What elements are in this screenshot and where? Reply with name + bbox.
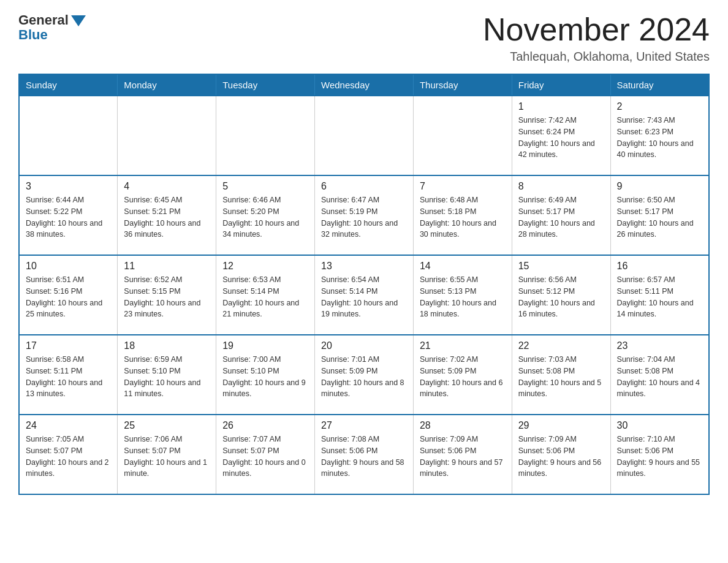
calendar-cell-w0-d4	[413, 96, 512, 175]
day-number: 3	[26, 181, 111, 192]
header-saturday: Saturday	[610, 74, 709, 96]
day-detail: Sunrise: 6:54 AM Sunset: 5:14 PM Dayligh…	[321, 274, 407, 320]
calendar-body: 1Sunrise: 7:42 AM Sunset: 6:24 PM Daylig…	[19, 96, 709, 494]
calendar-cell-w4-d0: 24Sunrise: 7:05 AM Sunset: 5:07 PM Dayli…	[19, 415, 118, 494]
calendar-cell-w4-d6: 30Sunrise: 7:10 AM Sunset: 5:06 PM Dayli…	[610, 415, 709, 494]
day-number: 13	[321, 261, 407, 272]
day-detail: Sunrise: 6:57 AM Sunset: 5:11 PM Dayligh…	[617, 274, 702, 320]
calendar-cell-w4-d4: 28Sunrise: 7:09 AM Sunset: 5:06 PM Dayli…	[413, 415, 512, 494]
logo-general-text: General	[18, 12, 69, 28]
calendar-cell-w1-d0: 3Sunrise: 6:44 AM Sunset: 5:22 PM Daylig…	[19, 175, 118, 255]
day-detail: Sunrise: 7:42 AM Sunset: 6:24 PM Dayligh…	[518, 115, 604, 161]
week-row-3: 17Sunrise: 6:58 AM Sunset: 5:11 PM Dayli…	[19, 335, 709, 415]
day-detail: Sunrise: 6:59 AM Sunset: 5:10 PM Dayligh…	[124, 354, 210, 400]
calendar-cell-w2-d2: 12Sunrise: 6:53 AM Sunset: 5:14 PM Dayli…	[216, 255, 315, 335]
calendar-cell-w0-d3	[315, 96, 414, 175]
page-header: General Blue November 2024 Tahlequah, Ok…	[18, 12, 710, 64]
calendar-cell-w3-d6: 23Sunrise: 7:04 AM Sunset: 5:08 PM Dayli…	[610, 335, 709, 415]
day-detail: Sunrise: 6:47 AM Sunset: 5:19 PM Dayligh…	[321, 194, 407, 240]
day-number: 25	[124, 420, 210, 431]
calendar-cell-w0-d2	[216, 96, 315, 175]
day-detail: Sunrise: 7:05 AM Sunset: 5:07 PM Dayligh…	[26, 434, 111, 480]
calendar-cell-w0-d5: 1Sunrise: 7:42 AM Sunset: 6:24 PM Daylig…	[512, 96, 610, 175]
days-of-week-row: Sunday Monday Tuesday Wednesday Thursday…	[19, 74, 709, 96]
logo-arrow-icon	[71, 15, 86, 26]
day-detail: Sunrise: 6:55 AM Sunset: 5:13 PM Dayligh…	[420, 274, 506, 320]
day-detail: Sunrise: 7:01 AM Sunset: 5:09 PM Dayligh…	[321, 354, 407, 400]
header-sunday: Sunday	[19, 74, 118, 96]
day-number: 23	[617, 340, 702, 351]
day-detail: Sunrise: 6:49 AM Sunset: 5:17 PM Dayligh…	[518, 194, 604, 240]
day-number: 16	[617, 261, 702, 272]
day-detail: Sunrise: 7:09 AM Sunset: 5:06 PM Dayligh…	[420, 434, 506, 480]
calendar-cell-w1-d6: 9Sunrise: 6:50 AM Sunset: 5:17 PM Daylig…	[610, 175, 709, 255]
day-detail: Sunrise: 7:07 AM Sunset: 5:07 PM Dayligh…	[222, 434, 308, 480]
logo: General Blue	[18, 12, 86, 43]
day-number: 18	[124, 340, 210, 351]
week-row-0: 1Sunrise: 7:42 AM Sunset: 6:24 PM Daylig…	[19, 96, 709, 175]
calendar-cell-w3-d3: 20Sunrise: 7:01 AM Sunset: 5:09 PM Dayli…	[315, 335, 414, 415]
day-detail: Sunrise: 7:03 AM Sunset: 5:08 PM Dayligh…	[518, 354, 604, 400]
day-number: 10	[26, 261, 111, 272]
day-number: 2	[617, 101, 702, 112]
logo-blue-text: Blue	[18, 27, 48, 43]
calendar-cell-w4-d1: 25Sunrise: 7:06 AM Sunset: 5:07 PM Dayli…	[118, 415, 216, 494]
calendar-cell-w2-d1: 11Sunrise: 6:52 AM Sunset: 5:15 PM Dayli…	[118, 255, 216, 335]
day-detail: Sunrise: 7:02 AM Sunset: 5:09 PM Dayligh…	[420, 354, 506, 400]
calendar-cell-w4-d2: 26Sunrise: 7:07 AM Sunset: 5:07 PM Dayli…	[216, 415, 315, 494]
header-friday: Friday	[512, 74, 610, 96]
calendar-cell-w2-d6: 16Sunrise: 6:57 AM Sunset: 5:11 PM Dayli…	[610, 255, 709, 335]
calendar-cell-w1-d5: 8Sunrise: 6:49 AM Sunset: 5:17 PM Daylig…	[512, 175, 610, 255]
day-detail: Sunrise: 7:00 AM Sunset: 5:10 PM Dayligh…	[222, 354, 308, 400]
calendar-cell-w2-d0: 10Sunrise: 6:51 AM Sunset: 5:16 PM Dayli…	[19, 255, 118, 335]
day-detail: Sunrise: 6:53 AM Sunset: 5:14 PM Dayligh…	[222, 274, 308, 320]
day-detail: Sunrise: 6:48 AM Sunset: 5:18 PM Dayligh…	[420, 194, 506, 240]
day-number: 12	[222, 261, 308, 272]
title-block: November 2024 Tahlequah, Oklahoma, Unite…	[483, 12, 710, 64]
week-row-2: 10Sunrise: 6:51 AM Sunset: 5:16 PM Dayli…	[19, 255, 709, 335]
header-thursday: Thursday	[413, 74, 512, 96]
day-number: 8	[518, 181, 604, 192]
calendar-cell-w1-d3: 6Sunrise: 6:47 AM Sunset: 5:19 PM Daylig…	[315, 175, 414, 255]
day-detail: Sunrise: 7:06 AM Sunset: 5:07 PM Dayligh…	[124, 434, 210, 480]
day-number: 30	[617, 420, 702, 431]
day-number: 7	[420, 181, 506, 192]
calendar-cell-w2-d3: 13Sunrise: 6:54 AM Sunset: 5:14 PM Dayli…	[315, 255, 414, 335]
day-number: 4	[124, 181, 210, 192]
day-number: 6	[321, 181, 407, 192]
day-detail: Sunrise: 6:46 AM Sunset: 5:20 PM Dayligh…	[222, 194, 308, 240]
day-detail: Sunrise: 7:04 AM Sunset: 5:08 PM Dayligh…	[617, 354, 702, 400]
day-number: 14	[420, 261, 506, 272]
header-monday: Monday	[118, 74, 216, 96]
day-detail: Sunrise: 7:09 AM Sunset: 5:06 PM Dayligh…	[518, 434, 604, 480]
day-number: 22	[518, 340, 604, 351]
day-number: 20	[321, 340, 407, 351]
day-number: 11	[124, 261, 210, 272]
day-number: 9	[617, 181, 702, 192]
day-number: 15	[518, 261, 604, 272]
day-number: 28	[420, 420, 506, 431]
calendar-cell-w4-d5: 29Sunrise: 7:09 AM Sunset: 5:06 PM Dayli…	[512, 415, 610, 494]
day-number: 26	[222, 420, 308, 431]
calendar-cell-w2-d4: 14Sunrise: 6:55 AM Sunset: 5:13 PM Dayli…	[413, 255, 512, 335]
day-detail: Sunrise: 6:52 AM Sunset: 5:15 PM Dayligh…	[124, 274, 210, 320]
calendar-cell-w0-d0	[19, 96, 118, 175]
day-detail: Sunrise: 7:10 AM Sunset: 5:06 PM Dayligh…	[617, 434, 702, 480]
day-number: 29	[518, 420, 604, 431]
calendar-cell-w3-d2: 19Sunrise: 7:00 AM Sunset: 5:10 PM Dayli…	[216, 335, 315, 415]
day-detail: Sunrise: 6:50 AM Sunset: 5:17 PM Dayligh…	[617, 194, 702, 240]
calendar-cell-w3-d0: 17Sunrise: 6:58 AM Sunset: 5:11 PM Dayli…	[19, 335, 118, 415]
day-detail: Sunrise: 7:08 AM Sunset: 5:06 PM Dayligh…	[321, 434, 407, 480]
day-number: 21	[420, 340, 506, 351]
day-number: 17	[26, 340, 111, 351]
calendar-cell-w3-d4: 21Sunrise: 7:02 AM Sunset: 5:09 PM Dayli…	[413, 335, 512, 415]
day-detail: Sunrise: 6:58 AM Sunset: 5:11 PM Dayligh…	[26, 354, 111, 400]
day-detail: Sunrise: 6:45 AM Sunset: 5:21 PM Dayligh…	[124, 194, 210, 240]
calendar-cell-w0-d6: 2Sunrise: 7:43 AM Sunset: 6:23 PM Daylig…	[610, 96, 709, 175]
day-detail: Sunrise: 6:44 AM Sunset: 5:22 PM Dayligh…	[26, 194, 111, 240]
calendar-cell-w1-d2: 5Sunrise: 6:46 AM Sunset: 5:20 PM Daylig…	[216, 175, 315, 255]
calendar-header: Sunday Monday Tuesday Wednesday Thursday…	[19, 74, 709, 96]
day-detail: Sunrise: 7:43 AM Sunset: 6:23 PM Dayligh…	[617, 115, 702, 161]
header-tuesday: Tuesday	[216, 74, 315, 96]
location-subtitle: Tahlequah, Oklahoma, United States	[483, 50, 710, 64]
